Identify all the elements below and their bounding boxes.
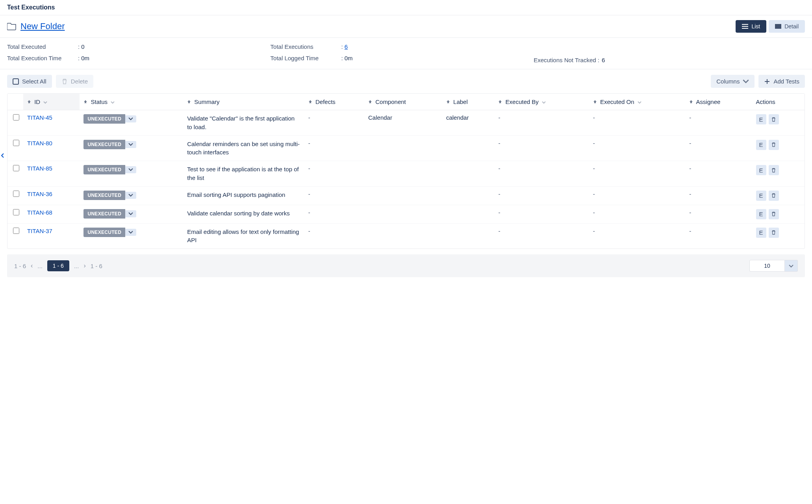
trash-icon (771, 142, 776, 147)
page-size-dropdown[interactable] (785, 260, 798, 272)
stat-total-executions-link[interactable]: 6 (345, 43, 348, 50)
breadcrumb-folder-link[interactable]: New Folder (20, 21, 65, 32)
execute-action-button[interactable]: E (756, 114, 766, 124)
assignee-cell: - (685, 186, 752, 205)
summary-cell: Test to see if the application is at the… (183, 161, 304, 187)
status-dropdown[interactable] (125, 210, 136, 217)
status-dropdown[interactable] (125, 166, 136, 173)
assignee-cell: - (685, 110, 752, 136)
summary-cell: Email editing allows for text only forma… (183, 223, 304, 248)
executed-on-cell: - (589, 186, 686, 205)
table-row: TITAN-36 UNEXECUTED Email sorting API su… (7, 186, 805, 205)
col-header-label[interactable]: Label (442, 94, 495, 110)
status-badge: UNEXECUTED (83, 228, 125, 237)
assignee-cell: - (685, 161, 752, 187)
col-header-summary[interactable]: Summary (183, 94, 304, 110)
col-header-status[interactable]: Status (80, 94, 183, 110)
status-dropdown[interactable] (125, 141, 136, 148)
label-cell (442, 135, 495, 161)
detail-icon (775, 24, 781, 29)
delete-row-button[interactable] (769, 140, 779, 150)
assignee-cell: - (685, 223, 752, 248)
row-checkbox[interactable] (13, 165, 19, 171)
executed-by-cell: - (494, 205, 589, 223)
pager-range-total: 1 - 6 (14, 263, 26, 269)
defects-cell: - (304, 110, 364, 136)
trash-icon (61, 78, 68, 85)
collapse-sidebar-button[interactable] (0, 150, 6, 161)
select-all-button[interactable]: Select All (7, 75, 52, 88)
chevron-down-icon (43, 100, 47, 104)
delete-row-button[interactable] (769, 165, 779, 175)
chevron-left-icon (1, 153, 4, 158)
stat-total-execution-time: Total Execution Time : 0m (7, 55, 271, 61)
delete-row-button[interactable] (769, 228, 779, 238)
delete-row-button[interactable] (769, 209, 779, 219)
component-cell (364, 135, 442, 161)
columns-button[interactable]: Columns (711, 75, 755, 88)
detail-view-button[interactable]: Detail (769, 20, 805, 33)
col-header-id[interactable]: ID (23, 94, 80, 110)
add-tests-button[interactable]: Add Tests (758, 75, 805, 88)
execute-action-button[interactable]: E (756, 191, 766, 201)
chevron-down-icon (128, 194, 133, 197)
status-dropdown[interactable] (125, 229, 136, 236)
assignee-cell: - (685, 205, 752, 223)
row-checkbox[interactable] (13, 140, 19, 146)
status-badge: UNEXECUTED (83, 140, 125, 149)
pager-next-button[interactable]: › (83, 262, 85, 269)
executed-on-cell: - (589, 110, 686, 136)
executed-on-cell: - (589, 223, 686, 248)
test-id-link[interactable]: TITAN-80 (27, 140, 52, 146)
status-badge: UNEXECUTED (83, 191, 125, 200)
list-view-button[interactable]: List (736, 20, 766, 33)
execute-action-button[interactable]: E (756, 209, 766, 219)
status-dropdown[interactable] (125, 115, 136, 122)
pin-icon (593, 100, 597, 104)
col-header-defects[interactable]: Defects (304, 94, 364, 110)
test-id-link[interactable]: TITAN-85 (27, 165, 52, 172)
executed-by-cell: - (494, 161, 589, 187)
defects-cell: - (304, 205, 364, 223)
test-id-link[interactable]: TITAN-45 (27, 114, 52, 121)
execute-action-button[interactable]: E (756, 228, 766, 238)
delete-button[interactable]: Delete (56, 75, 93, 88)
defects-cell: - (304, 186, 364, 205)
pager-current-page[interactable]: 1 - 6 (47, 260, 69, 271)
test-id-link[interactable]: TITAN-68 (27, 209, 52, 216)
pager-prev-button[interactable]: ‹ (31, 262, 33, 269)
table-row: TITAN-85 UNEXECUTED Test to see if the a… (7, 161, 805, 187)
test-id-link[interactable]: TITAN-36 (27, 191, 52, 197)
label-cell (442, 186, 495, 205)
pin-icon (187, 100, 191, 104)
execute-action-button[interactable]: E (756, 140, 766, 150)
col-header-component[interactable]: Component (364, 94, 442, 110)
chevron-down-icon (128, 231, 133, 234)
trash-icon (771, 211, 776, 217)
table-row: TITAN-37 UNEXECUTED Email editing allows… (7, 223, 805, 248)
row-checkbox[interactable] (13, 191, 19, 197)
page-title: Test Executions (0, 0, 812, 15)
component-cell (364, 186, 442, 205)
col-header-assignee[interactable]: Assignee (685, 94, 752, 110)
columns-label: Columns (716, 78, 740, 85)
delete-row-button[interactable] (769, 114, 779, 124)
chevron-down-icon (128, 212, 133, 215)
execute-action-button[interactable]: E (756, 165, 766, 175)
stat-total-logged-time: Total Logged Time : 0m (271, 55, 534, 61)
executed-by-cell: - (494, 223, 589, 248)
delete-row-button[interactable] (769, 191, 779, 201)
row-checkbox[interactable] (13, 209, 19, 215)
chevron-down-icon (128, 117, 133, 120)
col-header-executed-by[interactable]: Executed By (494, 94, 589, 110)
status-dropdown[interactable] (125, 192, 136, 199)
test-id-link[interactable]: TITAN-37 (27, 228, 52, 234)
row-checkbox[interactable] (13, 228, 19, 234)
component-cell (364, 223, 442, 248)
col-header-executed-on[interactable]: Executed On (589, 94, 686, 110)
list-icon (742, 24, 748, 29)
executed-by-cell: - (494, 110, 589, 136)
chevron-down-icon (743, 78, 749, 85)
row-checkbox[interactable] (13, 114, 19, 120)
stat-label: Total Logged Time (271, 55, 341, 61)
